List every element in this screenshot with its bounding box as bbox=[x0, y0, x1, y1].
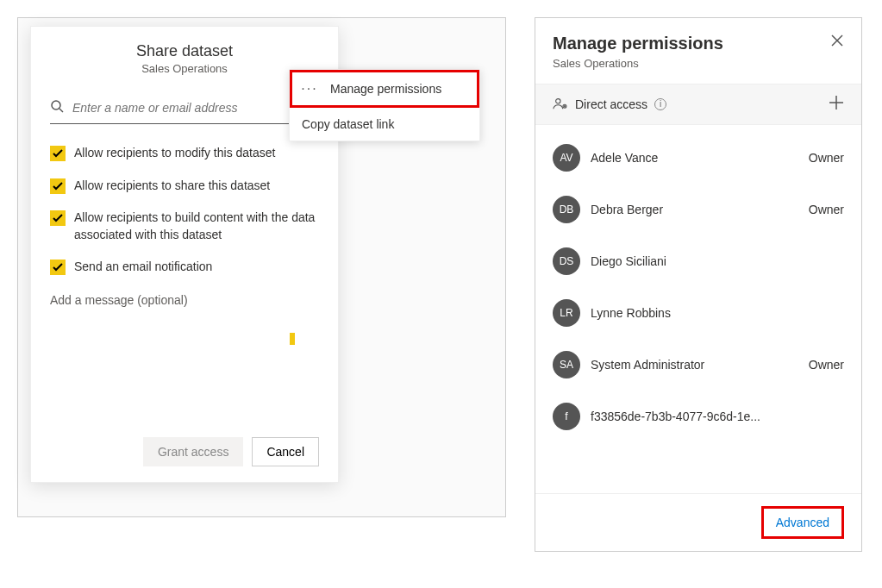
user-name: System Administrator bbox=[591, 358, 798, 372]
avatar: AV bbox=[553, 144, 580, 172]
panel-footer: Advanced bbox=[535, 493, 861, 551]
share-subtitle: Sales Operations bbox=[40, 62, 329, 75]
direct-access-icon bbox=[553, 97, 568, 113]
search-row[interactable] bbox=[50, 96, 319, 124]
more-options-icon[interactable]: ··· bbox=[292, 72, 327, 105]
check-icon bbox=[50, 210, 66, 226]
advanced-button[interactable]: Advanced bbox=[761, 506, 844, 539]
context-menu: ··· Manage permissions Copy dataset link bbox=[289, 69, 480, 141]
manage-permissions-title: Manage permissions bbox=[553, 34, 723, 53]
svg-point-4 bbox=[556, 98, 560, 103]
checkbox-label: Allow recipients to build content with t… bbox=[74, 210, 319, 243]
checkbox-allow-build[interactable]: Allow recipients to build content with t… bbox=[50, 210, 319, 243]
user-name: Debra Berger bbox=[591, 203, 798, 216]
avatar: LR bbox=[553, 299, 580, 327]
share-footer: Grant access Cancel bbox=[143, 437, 319, 466]
direct-access-label: Direct access bbox=[575, 97, 647, 111]
menu-item-copy-dataset-link[interactable]: Copy dataset link bbox=[290, 108, 479, 141]
user-row[interactable]: DS Diego Siciliani bbox=[553, 235, 844, 287]
user-name: f33856de-7b3b-4077-9c6d-1e... bbox=[591, 410, 834, 423]
checkbox-allow-share[interactable]: Allow recipients to share this dataset bbox=[50, 178, 319, 195]
grant-access-button[interactable]: Grant access bbox=[143, 437, 243, 466]
checkbox-send-email[interactable]: Send an email notification bbox=[50, 259, 319, 276]
user-row[interactable]: DB Debra Berger Owner bbox=[553, 184, 844, 235]
avatar: DS bbox=[553, 247, 580, 275]
user-list: AV Adele Vance Owner DB Debra Berger Own… bbox=[535, 125, 861, 493]
menu-item-manage-permissions[interactable]: Manage permissions bbox=[327, 72, 477, 105]
user-role: Owner bbox=[809, 203, 844, 216]
info-icon[interactable]: i bbox=[654, 98, 666, 110]
share-title: Share dataset bbox=[40, 42, 329, 60]
user-name: Adele Vance bbox=[591, 151, 798, 165]
svg-point-0 bbox=[52, 101, 60, 109]
check-icon bbox=[50, 178, 66, 194]
user-row[interactable]: AV Adele Vance Owner bbox=[553, 132, 844, 184]
user-name: Lynne Robbins bbox=[591, 306, 834, 320]
context-menu-highlighted-row: ··· Manage permissions bbox=[290, 70, 479, 108]
checkbox-allow-modify[interactable]: Allow recipients to modify this dataset bbox=[50, 145, 319, 162]
manage-permissions-panel: Manage permissions Sales Operations Dire… bbox=[535, 17, 862, 552]
search-input[interactable] bbox=[71, 100, 319, 116]
user-role: Owner bbox=[809, 151, 844, 165]
user-name: Diego Siciliani bbox=[591, 254, 834, 268]
direct-access-section-header: Direct access i bbox=[535, 84, 861, 125]
user-row[interactable]: LR Lynne Robbins bbox=[553, 287, 844, 339]
add-user-button[interactable] bbox=[829, 95, 844, 114]
checklist: Allow recipients to modify this dataset … bbox=[50, 145, 319, 276]
message-textarea[interactable]: Add a message (optional) bbox=[50, 293, 319, 307]
checkbox-label: Allow recipients to modify this dataset bbox=[74, 145, 275, 162]
avatar: DB bbox=[553, 196, 580, 223]
check-icon bbox=[50, 146, 66, 161]
checkbox-label: Send an email notification bbox=[74, 259, 212, 276]
check-icon bbox=[50, 260, 66, 275]
search-icon bbox=[50, 99, 64, 116]
manage-permissions-subtitle: Sales Operations bbox=[535, 57, 861, 84]
user-row[interactable]: f f33856de-7b3b-4077-9c6d-1e... bbox=[553, 391, 844, 442]
checkbox-label: Allow recipients to share this dataset bbox=[74, 178, 270, 195]
avatar: f bbox=[553, 403, 580, 430]
cancel-button[interactable]: Cancel bbox=[252, 437, 319, 466]
avatar: SA bbox=[553, 351, 580, 378]
cursor-indicator bbox=[290, 333, 295, 345]
user-row[interactable]: SA System Administrator Owner bbox=[553, 339, 844, 391]
svg-line-1 bbox=[59, 109, 63, 112]
user-role: Owner bbox=[809, 358, 844, 372]
close-button[interactable] bbox=[830, 34, 844, 51]
